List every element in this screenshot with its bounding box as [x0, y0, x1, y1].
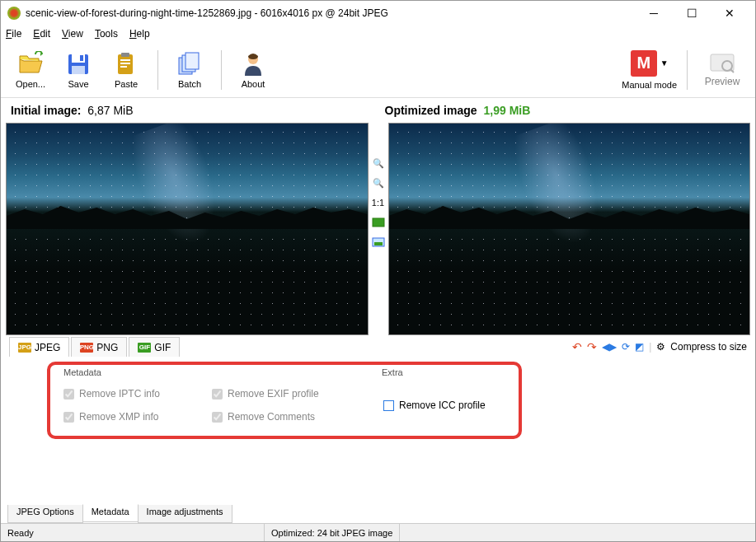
- close-button[interactable]: ✕: [711, 1, 749, 26]
- save-icon: [65, 51, 92, 77]
- chevron-down-icon[interactable]: ▼: [660, 58, 669, 68]
- tab-metadata[interactable]: Metadata: [82, 504, 139, 522]
- separator: [157, 50, 158, 90]
- redo-icon[interactable]: ↷: [587, 340, 597, 353]
- app-icon: [7, 7, 21, 20]
- right-tools: ↶ ↷ ◀▶ ⟳ ◩ | ⚙ Compress to size: [572, 340, 747, 353]
- remove-comments-checkbox: Remove Comments: [212, 411, 352, 423]
- about-icon: [240, 51, 266, 77]
- svg-rect-18: [374, 242, 383, 245]
- svg-rect-6: [120, 59, 130, 61]
- mode-selector[interactable]: M ▼ Manual mode: [622, 50, 677, 90]
- status-optimized: Optimized: 24 bit JPEG image: [265, 524, 400, 541]
- separator: [221, 50, 222, 90]
- optimized-image-info: Optimized image1,99 MiB: [378, 104, 756, 117]
- remove-exif-checkbox: Remove EXIF profile: [212, 388, 352, 399]
- initial-image-panel[interactable]: [6, 123, 369, 335]
- zoom-out-icon[interactable]: 🔍: [371, 175, 386, 190]
- menu-help[interactable]: Help: [129, 28, 150, 40]
- png-icon: PNG: [80, 343, 93, 353]
- manual-mode-icon: M: [631, 50, 657, 77]
- initial-image-info: Initial image: 6,87 MiB: [1, 104, 378, 117]
- window-controls: ─ ☐ ✕: [635, 1, 749, 26]
- open-button[interactable]: Open...: [9, 51, 52, 89]
- remove-icc-checkbox[interactable]: Remove ICC profile: [383, 399, 486, 411]
- open-icon: [17, 51, 44, 77]
- tab-jpeg-options[interactable]: JPEG Options: [7, 505, 83, 523]
- batch-button[interactable]: Batch: [168, 51, 211, 89]
- crop-icon[interactable]: ◩: [635, 341, 644, 353]
- toolbar: Open... Save Paste Batch About M ▼ Manua…: [1, 42, 755, 98]
- app-window: scenic-view-of-forest-during-night-time-…: [0, 0, 756, 542]
- preview-icon: [709, 53, 735, 76]
- optimized-image-panel[interactable]: [388, 123, 751, 335]
- zoom-in-icon[interactable]: 🔍: [371, 156, 386, 171]
- paste-icon: [113, 51, 139, 77]
- tab-png[interactable]: PNGPNG: [71, 337, 127, 357]
- menu-tools[interactable]: Tools: [95, 28, 118, 40]
- minimize-button[interactable]: ─: [635, 1, 673, 26]
- titlebar: scenic-view-of-forest-during-night-time-…: [1, 1, 755, 26]
- preview-button[interactable]: Preview: [697, 53, 747, 87]
- menu-file[interactable]: File: [6, 28, 21, 40]
- svg-rect-7: [120, 63, 130, 64]
- menubar: File Edit View Tools Help: [1, 26, 755, 42]
- svg-rect-8: [120, 66, 127, 68]
- jpeg-icon: JPG: [18, 343, 31, 353]
- tab-jpeg[interactable]: JPGJPEG: [9, 337, 69, 357]
- gif-icon: GIF: [138, 343, 151, 353]
- extra-group: Extra Remove ICC profile: [375, 367, 494, 429]
- svg-rect-3: [80, 55, 83, 61]
- window-title: scenic-view-of-forest-during-night-time-…: [26, 7, 635, 19]
- gear-icon[interactable]: ⚙: [656, 341, 665, 353]
- status-ready: Ready: [1, 524, 265, 541]
- menu-view[interactable]: View: [62, 28, 83, 40]
- about-button[interactable]: About: [232, 51, 275, 89]
- paste-button[interactable]: Paste: [105, 51, 148, 89]
- tab-gif[interactable]: GIFGIF: [129, 337, 180, 357]
- maximize-button[interactable]: ☐: [673, 1, 711, 26]
- zoom-1-1[interactable]: 1:1: [371, 195, 386, 210]
- menu-edit[interactable]: Edit: [33, 28, 50, 40]
- rotate-icon[interactable]: ⟳: [622, 341, 630, 353]
- separator: [687, 50, 688, 90]
- statusbar: Ready Optimized: 24 bit JPEG image: [1, 523, 755, 541]
- undo-icon[interactable]: ↶: [572, 340, 582, 353]
- thumbnail-icon[interactable]: [371, 235, 386, 250]
- format-tabs-row: JPGJPEG PNGPNG GIFGIF ↶ ↷ ◀▶ ⟳ ◩ | ⚙ Com…: [1, 335, 755, 358]
- svg-rect-11: [185, 53, 199, 69]
- svg-rect-16: [373, 218, 384, 227]
- info-row: Initial image: 6,87 MiB Optimized image1…: [1, 98, 755, 123]
- batch-icon: [176, 51, 203, 77]
- bottom-tabs: JPEG Options Metadata Image adjustments: [1, 503, 755, 523]
- image-compare-area: 🔍 🔍 1:1: [1, 123, 755, 335]
- zoom-tools: 🔍 🔍 1:1: [369, 123, 388, 335]
- remove-iptc-checkbox: Remove IPTC info: [63, 388, 204, 399]
- remove-xmp-checkbox: Remove XMP info: [63, 411, 204, 423]
- fit-icon[interactable]: [371, 215, 386, 230]
- metadata-group: Metadata Remove IPTC info Remove EXIF pr…: [57, 367, 359, 429]
- separator: |: [649, 341, 651, 353]
- compress-to-size-button[interactable]: Compress to size: [670, 341, 747, 353]
- options-panel: Metadata Remove IPTC info Remove EXIF pr…: [1, 358, 755, 503]
- flip-h-icon[interactable]: ◀▶: [602, 341, 617, 353]
- tab-image-adjustments[interactable]: Image adjustments: [138, 505, 232, 523]
- svg-rect-5: [121, 53, 129, 57]
- save-button[interactable]: Save: [57, 51, 100, 89]
- svg-rect-2: [72, 66, 85, 74]
